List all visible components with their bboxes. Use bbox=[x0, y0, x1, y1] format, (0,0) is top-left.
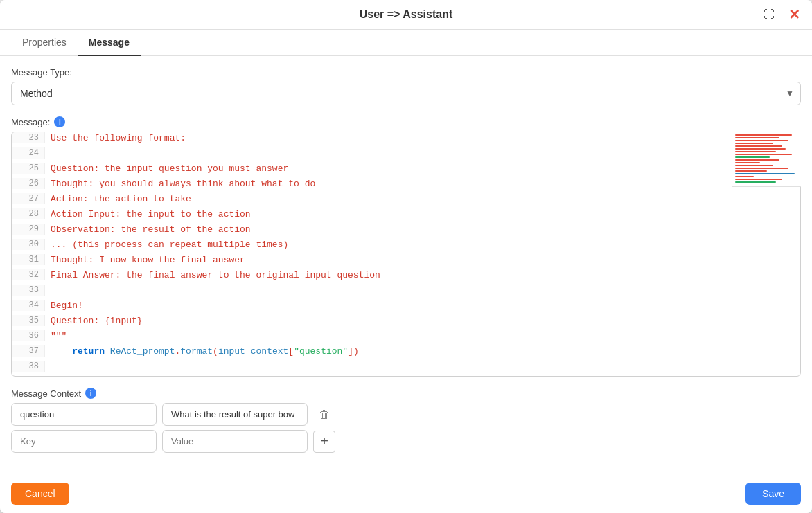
save-button[interactable]: Save bbox=[745, 483, 801, 505]
tab-properties[interactable]: Properties bbox=[11, 30, 78, 56]
tab-bar: Properties Message bbox=[0, 30, 812, 56]
cancel-button[interactable]: Cancel bbox=[11, 483, 69, 505]
context-key-input-empty[interactable] bbox=[11, 430, 157, 453]
code-line-35: 35 Question: {input} bbox=[12, 315, 800, 330]
message-type-group: Message Type: Method ▼ bbox=[11, 67, 801, 105]
context-row-0: 🗑 bbox=[11, 403, 801, 426]
code-thumbnail bbox=[732, 132, 801, 187]
modal-title: User => Assistant bbox=[360, 8, 453, 21]
code-line-24: 24 bbox=[12, 147, 800, 163]
code-line-30: 30 ... (this process can repeat multiple… bbox=[12, 239, 800, 254]
message-context-label: Message Context i bbox=[11, 388, 801, 399]
context-delete-button-0[interactable]: 🗑 bbox=[313, 404, 335, 426]
code-line-33: 33 bbox=[12, 285, 800, 300]
add-icon: + bbox=[320, 433, 328, 449]
context-row-empty: + bbox=[11, 430, 801, 453]
code-editor[interactable]: 23 Use the following format: 24 25 Quest… bbox=[11, 132, 801, 377]
message-label: Message: i bbox=[11, 116, 801, 127]
code-line-26: 26 Thought: you should always think abou… bbox=[12, 178, 800, 193]
context-add-button[interactable]: + bbox=[313, 431, 335, 453]
message-context-group: Message Context i 🗑 + bbox=[11, 388, 801, 453]
code-line-28: 28 Action Input: the input to the action bbox=[12, 208, 800, 224]
modal-container: User => Assistant ⛶ ✕ Properties Message… bbox=[0, 0, 812, 513]
context-value-input-empty[interactable] bbox=[162, 430, 308, 453]
code-line-32: 32 Final Answer: the final answer to the… bbox=[12, 269, 800, 285]
close-button[interactable]: ✕ bbox=[784, 5, 804, 24]
message-group: Message: i 23 Use the following format: … bbox=[11, 116, 801, 377]
context-info-icon[interactable]: i bbox=[85, 388, 96, 399]
expand-icon: ⛶ bbox=[764, 8, 775, 21]
expand-button[interactable]: ⛶ bbox=[759, 5, 779, 24]
message-type-select-wrapper: Method ▼ bbox=[11, 82, 801, 105]
message-type-label: Message Type: bbox=[11, 67, 801, 78]
tab-message[interactable]: Message bbox=[78, 30, 141, 56]
message-info-icon[interactable]: i bbox=[54, 116, 65, 127]
context-value-input-0[interactable] bbox=[162, 403, 308, 426]
message-type-select[interactable]: Method bbox=[11, 82, 801, 105]
context-key-input-0[interactable] bbox=[11, 403, 157, 426]
code-line-37: 37 return ReAct_prompt.format(input=cont… bbox=[12, 345, 800, 361]
code-line-29: 29 Observation: the result of the action bbox=[12, 224, 800, 239]
code-line-36: 36 """ bbox=[12, 330, 800, 345]
code-line-23: 23 Use the following format: bbox=[12, 132, 800, 147]
modal-header: User => Assistant ⛶ ✕ bbox=[0, 0, 812, 30]
code-editor-container: 23 Use the following format: 24 25 Quest… bbox=[11, 132, 801, 377]
header-actions: ⛶ ✕ bbox=[759, 5, 804, 24]
thumbnail-preview bbox=[732, 132, 801, 187]
code-line-34: 34 Begin! bbox=[12, 300, 800, 315]
code-line-38: 38 bbox=[12, 361, 800, 376]
close-icon: ✕ bbox=[788, 6, 800, 23]
modal-footer: Cancel Save bbox=[0, 474, 812, 513]
code-line-31: 31 Thought: I now know the final answer bbox=[12, 254, 800, 269]
delete-icon: 🗑 bbox=[319, 408, 330, 421]
modal-body: Message Type: Method ▼ Message: i 23 bbox=[0, 56, 812, 474]
code-line-27: 27 Action: the action to take bbox=[12, 193, 800, 208]
code-line-25: 25 Question: the input question you must… bbox=[12, 163, 800, 178]
